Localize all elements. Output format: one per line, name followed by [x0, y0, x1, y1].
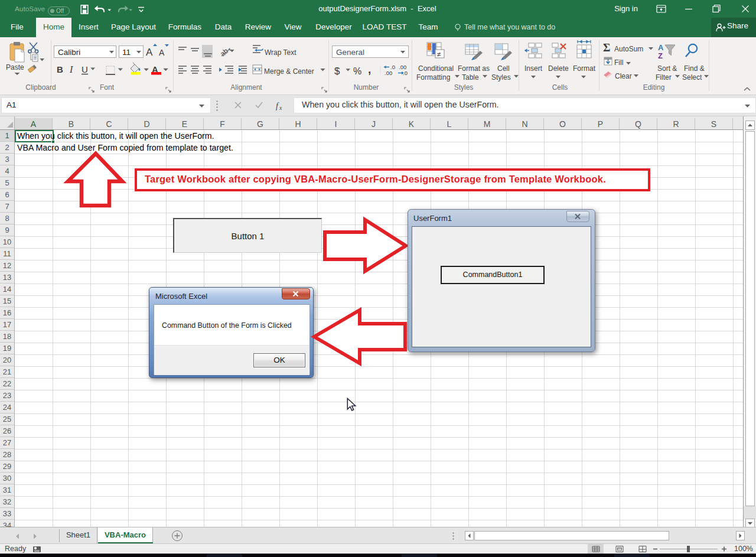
- svg-text:A: A: [658, 43, 664, 52]
- svg-text:A: A: [146, 47, 153, 58]
- svg-text:%: %: [353, 66, 361, 76]
- svg-text:Σ: Σ: [603, 41, 610, 54]
- svg-text:.00: .00: [384, 70, 392, 76]
- svg-text:I: I: [69, 64, 73, 74]
- svg-text:Z: Z: [658, 51, 663, 60]
- svg-text:,: ,: [368, 63, 371, 76]
- svg-text:U: U: [82, 64, 88, 74]
- svg-text:x: x: [279, 105, 282, 111]
- svg-text:A: A: [159, 48, 165, 57]
- svg-text:ab: ab: [219, 47, 230, 58]
- svg-text:B: B: [57, 64, 63, 74]
- svg-text:$: $: [334, 66, 340, 77]
- svg-text:≠: ≠: [437, 50, 441, 58]
